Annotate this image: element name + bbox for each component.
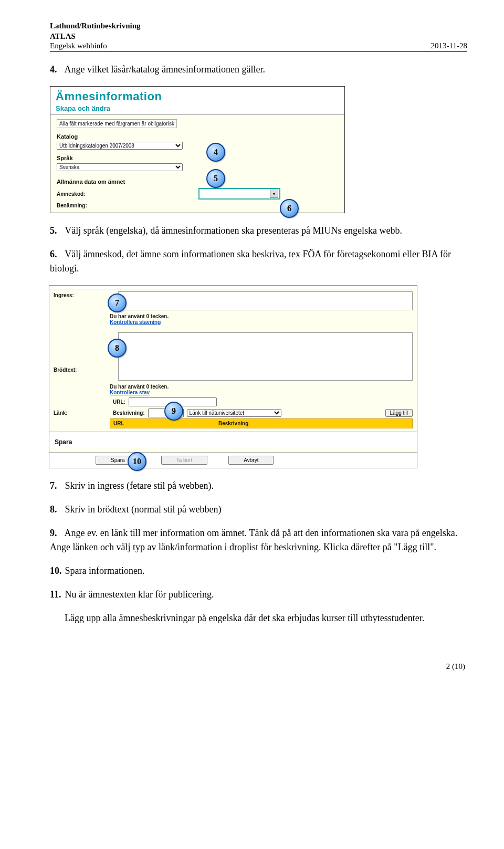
label-sprak: Språk <box>57 155 338 161</box>
step-10: 10. Spara informationen. <box>50 564 467 578</box>
label-url: URL: <box>113 399 125 405</box>
screenshot-2: Ingress: Du har använt 0 tecken. Kontrol… <box>49 285 467 468</box>
step-9: 9. Ange ev. en länk till mer information… <box>50 526 467 554</box>
marker-5: 5 <box>206 169 225 188</box>
select-katalog[interactable]: Utbildningskatalogen 2007/2008 <box>57 142 183 150</box>
label-beskrivning: Beskrivning: <box>113 410 145 416</box>
step-7: 7. Skriv in ingress (fetare stil på webb… <box>50 479 467 493</box>
chevron-down-icon: ▾ <box>270 190 278 198</box>
page-number: 2 (10) <box>50 662 467 671</box>
label-benamning: Benämning: <box>57 203 104 208</box>
step-8: 8. Skriv in brödtext (normal stil på web… <box>50 502 467 517</box>
step-11-paragraph: Lägg upp alla ämnesbeskrivningar på enge… <box>65 611 467 625</box>
label-amneskod: Ämneskod: <box>57 191 104 197</box>
select-lanktyp[interactable]: Länk till nätuniversitetet <box>187 409 281 417</box>
marker-4: 4 <box>206 143 225 162</box>
marker-8: 8 <box>108 339 127 358</box>
header-date: 2013-11-28 <box>431 41 467 50</box>
textarea-ingress[interactable] <box>118 291 413 310</box>
label-katalog: Katalog <box>57 133 338 140</box>
select-sprak[interactable]: Svenska <box>57 163 183 171</box>
delete-button[interactable]: Ta bort <box>161 456 208 465</box>
header-line-2: ATLAS <box>50 32 467 42</box>
marker-9: 9 <box>164 402 183 421</box>
header-line-1: Lathund/Rutinbeskrivning <box>50 21 467 32</box>
char-count-brodtext: Du har använt 0 tecken. <box>110 383 417 390</box>
marker-7: 7 <box>108 294 127 312</box>
char-count-ingress: Du har använt 0 tecken. <box>110 312 417 319</box>
section-allmanna: Allmänna data om ämnet <box>57 179 338 185</box>
step-4: 4. Ange vilket läsår/katalog ämnesinform… <box>50 62 467 77</box>
panel-title: Ämnesinformation <box>56 90 339 103</box>
link-table-header: URL Beskrivning <box>110 418 413 428</box>
textarea-brodtext[interactable] <box>118 332 413 381</box>
cancel-button[interactable]: Avbryt <box>228 456 274 465</box>
step-11: 11. Nu är ämnestexten klar för publiceri… <box>50 588 467 602</box>
step-5: 5. Välj språk (engelska), då ämnesinform… <box>50 224 467 238</box>
section-spara: Spara <box>49 432 417 448</box>
add-link-button[interactable]: Lägg till <box>385 409 413 417</box>
mandatory-note: Alla fält markerade med färgramen är obl… <box>57 119 177 128</box>
step-6: 6. Välj ämneskod, det ämne som informati… <box>50 247 467 276</box>
panel-subtitle: Skapa och ändra <box>56 104 339 112</box>
label-lank: Länk: <box>54 410 110 416</box>
select-amneskod[interactable]: ▾ <box>198 188 280 200</box>
header-subject: Engelsk webbinfo <box>50 41 107 50</box>
spellcheck-link-ingress[interactable]: Kontrollera stavning <box>110 319 417 325</box>
marker-10: 10 <box>128 452 146 471</box>
screenshot-1: Ämnesinformation Skapa och ändra Alla fä… <box>50 86 467 213</box>
spellcheck-link-brodtext[interactable]: Kontrollera stav <box>110 390 417 395</box>
doc-header: Lathund/Rutinbeskrivning ATLAS Engelsk w… <box>50 21 467 52</box>
marker-6: 6 <box>280 199 299 218</box>
label-brodtext: Brödtext: <box>49 330 118 383</box>
